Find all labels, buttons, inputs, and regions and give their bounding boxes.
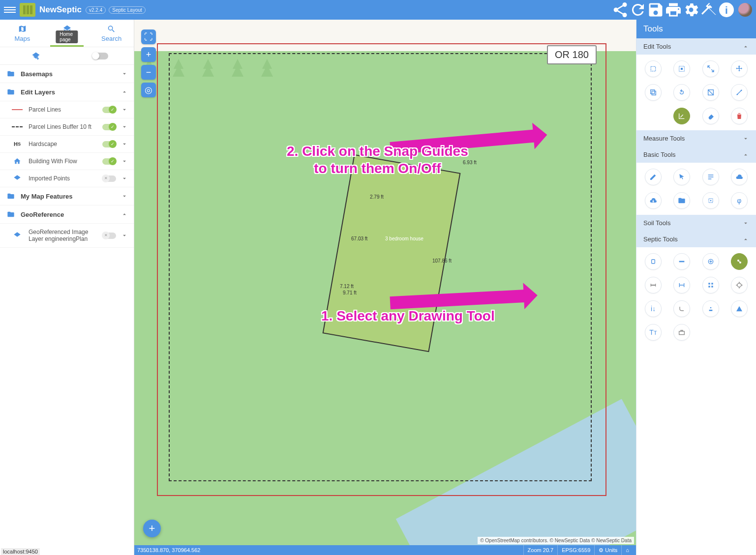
tool-select-all[interactable] xyxy=(673,60,690,77)
tool-delete[interactable] xyxy=(731,108,748,124)
tool-resize[interactable] xyxy=(702,60,719,77)
tools-button[interactable] xyxy=(700,0,718,20)
tool-snap-guides[interactable] xyxy=(673,108,690,124)
acc-edit-tools[interactable]: Edit Tools xyxy=(636,38,756,55)
acc-septic-tools[interactable]: Septic Tools xyxy=(636,231,756,247)
svg-rect-18 xyxy=(708,283,710,284)
tool-tank[interactable] xyxy=(645,253,662,270)
tool-warn-dot[interactable] xyxy=(702,300,719,317)
menu-button[interactable] xyxy=(4,4,16,16)
chevron-up-icon xyxy=(742,151,749,158)
septic-tools-grid: i↓ TT xyxy=(636,247,756,347)
tool-riser[interactable]: i↓ xyxy=(645,300,662,317)
home-icon xyxy=(11,158,24,165)
info-button[interactable]: i xyxy=(718,0,735,20)
tool-flow[interactable] xyxy=(673,300,690,317)
svg-point-10 xyxy=(741,90,742,91)
layer-toggle[interactable] xyxy=(102,141,116,147)
layer-toggle[interactable] xyxy=(102,233,116,239)
georef-label: GeoReference xyxy=(21,211,116,218)
tool-rotate[interactable] xyxy=(673,84,690,101)
acc-measure-tools[interactable]: Measure Tools xyxy=(636,130,756,146)
tool-connector[interactable] xyxy=(645,277,662,293)
tool-pencil[interactable] xyxy=(645,169,662,185)
tool-cloud-up[interactable] xyxy=(731,169,748,185)
units-button[interactable]: ⚙ Units xyxy=(594,545,621,555)
map-canvas[interactable]: 3 bedroom house 8.09 ft 11.17 ft 6.93 ft… xyxy=(134,20,636,555)
tool-folder[interactable] xyxy=(673,192,690,209)
acc-soil-tools[interactable]: Soil Tools xyxy=(636,215,756,231)
chevron-up-icon xyxy=(121,88,128,95)
tool-paint[interactable] xyxy=(702,108,719,124)
edit-layers-label: Edit Layers xyxy=(21,88,116,96)
global-visibility-toggle[interactable] xyxy=(92,53,108,59)
tool-list[interactable] xyxy=(702,169,719,185)
tool-pipe[interactable] xyxy=(673,253,690,270)
layout-chip: Septic Layout xyxy=(109,6,146,14)
svg-text:i: i xyxy=(725,4,728,16)
zoom-in-button[interactable]: + xyxy=(141,47,156,62)
tool-cursor[interactable] xyxy=(673,169,690,185)
layer-strip xyxy=(0,47,134,65)
epsg-readout[interactable]: EPSG:6559 xyxy=(557,545,594,555)
dimension-label: 7.12 ft xyxy=(340,284,354,289)
zoom-out-button[interactable]: − xyxy=(141,65,156,80)
layer-toggle[interactable] xyxy=(102,158,116,165)
zoom-readout[interactable]: Zoom 20.7 xyxy=(523,545,558,555)
tool-copy[interactable] xyxy=(645,84,662,101)
folder-icon xyxy=(6,210,16,218)
tab-maps[interactable]: Maps xyxy=(0,20,45,47)
tool-warn-tri[interactable] xyxy=(731,300,748,317)
chevron-down-icon xyxy=(121,193,128,200)
tool-spacing[interactable] xyxy=(673,277,690,293)
fullscreen-button[interactable]: ⛶ xyxy=(141,29,156,44)
add-layer-icon[interactable] xyxy=(30,52,41,60)
acc-basic-tools[interactable]: Basic Tools xyxy=(636,146,756,163)
tool-target[interactable] xyxy=(702,192,719,209)
layer-imported-points[interactable]: Imported Points xyxy=(0,170,134,187)
parcel-line-swatch xyxy=(11,106,24,113)
section-edit-layers[interactable]: Edit Layers xyxy=(0,83,134,101)
layer-toggle[interactable] xyxy=(102,107,116,113)
refresh-button[interactable] xyxy=(629,0,647,20)
tool-move[interactable] xyxy=(731,60,748,77)
tool-toolbox[interactable] xyxy=(673,324,690,341)
tool-crop[interactable] xyxy=(702,84,719,101)
tool-select-rect[interactable] xyxy=(645,60,662,77)
section-basemaps[interactable]: Basemaps xyxy=(0,65,134,83)
section-georef[interactable]: GeoReference xyxy=(0,205,134,224)
tool-pump[interactable] xyxy=(731,253,748,270)
home-button[interactable]: ⌂ xyxy=(621,545,633,555)
tool-split[interactable] xyxy=(731,84,748,101)
tab-layers[interactable]: Home page Layers xyxy=(45,20,90,47)
locate-button[interactable]: ◎ xyxy=(141,83,156,97)
tool-cloud-down[interactable] xyxy=(645,192,662,209)
basic-tools-grid: φ xyxy=(636,163,756,215)
layer-building-flow[interactable]: Building With Flow xyxy=(0,153,134,170)
tool-grid[interactable] xyxy=(702,277,719,293)
layer-parcel-buffer[interactable]: Parcel Lines Buffer 10 ft xyxy=(0,118,134,136)
add-feature-fab[interactable]: + xyxy=(143,520,161,537)
layer-toggle[interactable] xyxy=(102,124,116,130)
tool-label[interactable]: TT xyxy=(645,324,662,341)
layer-parcel-lines[interactable]: Parcel Lines xyxy=(0,101,134,118)
settings-button[interactable] xyxy=(682,0,700,20)
building-label: 3 bedroom house xyxy=(385,236,423,241)
tool-valve[interactable] xyxy=(731,277,748,293)
user-avatar-button[interactable] xyxy=(738,3,752,17)
layer-hardscape[interactable]: HS Hardscape xyxy=(0,136,134,153)
chevron-down-icon xyxy=(121,123,128,130)
svg-rect-6 xyxy=(652,91,656,95)
layer-toggle[interactable] xyxy=(102,175,116,182)
tab-search[interactable]: Search xyxy=(89,20,134,47)
tool-phi[interactable]: φ xyxy=(731,192,748,209)
tool-drain[interactable] xyxy=(702,253,719,270)
share-button[interactable] xyxy=(611,0,629,20)
save-button[interactable] xyxy=(647,0,665,20)
basemaps-label: Basemaps xyxy=(21,70,116,78)
layer-georef-image[interactable]: GeoReferenced Image Layer engineeringPla… xyxy=(0,224,134,248)
print-button[interactable] xyxy=(665,0,682,20)
svg-point-12 xyxy=(710,200,711,202)
section-my-features[interactable]: My Map Features xyxy=(0,187,134,205)
svg-rect-20 xyxy=(708,286,710,287)
